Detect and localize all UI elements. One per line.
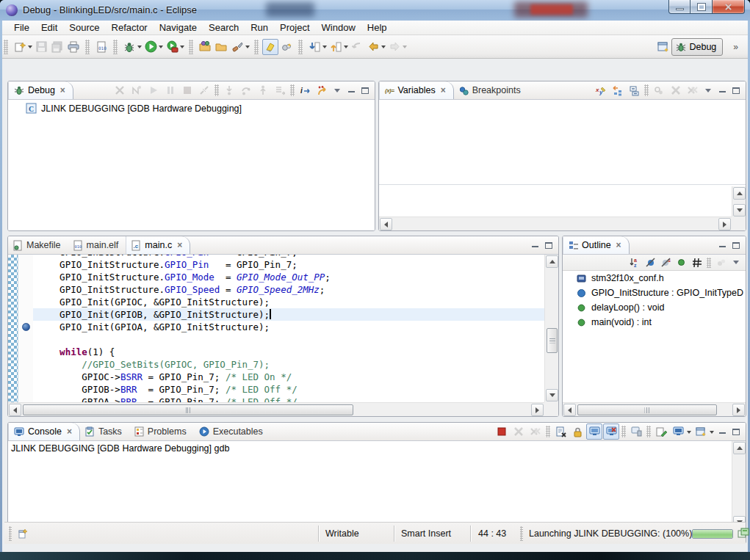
menu-item-help[interactable]: Help — [361, 21, 393, 34]
variables-view-menu-icon[interactable] — [702, 84, 715, 97]
menu-item-file[interactable]: File — [8, 21, 35, 34]
pin-console-button[interactable] — [628, 423, 644, 440]
display-console-dropdown[interactable] — [687, 431, 691, 436]
code-line[interactable]: GPIO_InitStructure.GPIO_Speed = GPIO_Spe… — [37, 283, 544, 296]
editor-minimize-icon[interactable] — [528, 239, 541, 252]
debug-button[interactable] — [121, 39, 137, 55]
tab-main-c[interactable]: .c main.c × — [126, 236, 190, 254]
add-global-variables-button[interactable] — [651, 82, 667, 98]
hide-fields-button[interactable] — [643, 255, 657, 269]
minimize-button[interactable] — [668, 0, 690, 14]
print-button[interactable] — [65, 39, 82, 55]
new-wizard-dropdown[interactable] — [28, 46, 32, 51]
show-when-stdout-changes-toggle[interactable] — [586, 423, 602, 440]
editor-vscrollbar[interactable] — [544, 255, 558, 402]
back-button[interactable] — [365, 39, 381, 55]
open-console-button[interactable] — [693, 423, 709, 440]
outline-maximize-icon[interactable] — [729, 239, 743, 252]
search-brush-icon[interactable] — [229, 39, 245, 55]
menu-item-window[interactable]: Window — [316, 21, 361, 34]
link-with-editor-button[interactable] — [714, 255, 728, 269]
terminate-button[interactable] — [179, 82, 195, 98]
remove-launch-button[interactable] — [511, 423, 527, 440]
editor-maximize-icon[interactable] — [542, 239, 555, 252]
scroll-right-icon[interactable] — [718, 218, 731, 230]
scroll-left-icon[interactable] — [9, 404, 21, 416]
hide-non-public-button[interactable] — [674, 255, 688, 269]
scroll-down-icon[interactable] — [733, 204, 746, 217]
sort-button[interactable]: az — [628, 255, 642, 269]
show-when-stderr-changes-toggle[interactable] — [603, 423, 619, 440]
console-vscrollbar[interactable] — [732, 441, 746, 529]
editor-hscrollbar[interactable] — [8, 402, 544, 416]
open-element-icon[interactable] — [278, 39, 295, 55]
variables-detail-splitter[interactable] — [379, 184, 746, 185]
remove-selected-button[interactable] — [668, 82, 684, 98]
run-button[interactable] — [143, 39, 159, 55]
menu-item-edit[interactable]: Edit — [35, 21, 63, 34]
tab-debug-close-icon[interactable]: × — [60, 87, 65, 94]
show-logical-structure-button[interactable] — [609, 82, 625, 98]
variables-detail-vscrollbar[interactable] — [732, 186, 746, 217]
menu-item-refactor[interactable]: Refactor — [106, 21, 154, 34]
save-button[interactable] — [33, 39, 49, 55]
menu-item-run[interactable]: Run — [245, 21, 274, 34]
tab-breakpoints[interactable]: Breakpoints — [454, 81, 528, 99]
scroll-right-icon[interactable] — [531, 404, 544, 416]
tab-console[interactable]: Console × — [8, 423, 80, 440]
previous-annotation-button[interactable] — [328, 39, 344, 55]
outline-hscroll-thumb[interactable] — [577, 404, 717, 415]
tab-main-elf[interactable]: 010 main.elf — [68, 236, 126, 254]
step-into-button[interactable] — [221, 82, 237, 98]
variables-detail-hscrollbar[interactable] — [379, 217, 732, 230]
code-line[interactable]: GPIO_Init(GPIOA, &GPIO_InitStructure); — [37, 321, 544, 333]
debug-launch-item[interactable]: C JLINK DEBUGGING [GDB Hardware Debuggin… — [8, 100, 375, 114]
fast-view-icon[interactable] — [15, 525, 31, 541]
new-wizard-button[interactable] — [12, 39, 28, 55]
forward-dropdown[interactable] — [403, 46, 407, 51]
variables-view-maximize-icon[interactable] — [729, 84, 743, 97]
next-annotation-dropdown[interactable] — [322, 46, 327, 51]
debug-view-minimize-icon[interactable] — [345, 84, 358, 97]
save-all-button[interactable] — [49, 39, 65, 55]
scroll-left-icon[interactable] — [563, 404, 576, 416]
code-line[interactable]: GPIO_InitStructure.GPIO_Mode = GPIO_Mode… — [37, 271, 544, 283]
open-console-dropdown[interactable] — [710, 431, 714, 436]
tab-outline-close-icon[interactable]: × — [616, 241, 621, 249]
resume-button[interactable] — [145, 82, 162, 98]
previous-annotation-dropdown[interactable] — [344, 46, 348, 51]
outline-item[interactable]: GPIO_InitStructure : GPIO_InitTypeD — [563, 286, 746, 300]
remove-all-button[interactable] — [685, 82, 701, 98]
editor-annotation-ruler[interactable] — [18, 255, 33, 402]
remove-all-terminated-launches-button[interactable] — [527, 423, 544, 440]
console-maximize-icon[interactable] — [729, 425, 743, 438]
eclipse-logo-icon[interactable] — [6, 4, 18, 16]
next-annotation-button[interactable] — [306, 39, 322, 55]
hide-static-members-button[interactable]: s — [659, 255, 673, 269]
outline-item[interactable]: delayLoop() : void — [563, 300, 746, 315]
title-bar[interactable]: Debug - BlinkingLED/src/main.c - Eclipse — [0, 0, 750, 21]
disconnect-button[interactable] — [196, 82, 212, 98]
code-line[interactable]: while(1) { — [37, 346, 544, 358]
open-debug-config-icon[interactable] — [197, 39, 213, 55]
outline-item[interactable]: main(void) : int — [563, 315, 746, 330]
terminate-console-button[interactable] — [494, 423, 510, 440]
tab-variables[interactable]: (x)= Variables × — [379, 81, 454, 99]
suspend-button[interactable] — [162, 82, 179, 98]
debug-dropdown[interactable] — [137, 46, 142, 51]
tab-tasks[interactable]: Tasks — [80, 423, 129, 440]
tab-debug[interactable]: Debug × — [8, 81, 73, 99]
outline-minimize-icon[interactable] — [715, 239, 729, 252]
menu-item-navigate[interactable]: Navigate — [154, 21, 203, 34]
tab-problems[interactable]: Problems — [129, 423, 194, 440]
editor-hscroll-thumb[interactable] — [23, 404, 353, 415]
scroll-up-icon[interactable] — [733, 442, 746, 454]
scroll-right-icon[interactable] — [732, 404, 745, 416]
variables-view-minimize-icon[interactable] — [715, 84, 729, 97]
perspective-debug-button[interactable]: Debug — [671, 38, 723, 56]
editor-vscroll-thumb[interactable] — [547, 328, 558, 353]
binary-build-button[interactable]: 010 — [93, 39, 109, 55]
use-step-filters-button[interactable] — [314, 82, 330, 98]
menu-item-search[interactable]: Search — [203, 21, 245, 34]
open-perspective-button[interactable] — [655, 39, 671, 55]
